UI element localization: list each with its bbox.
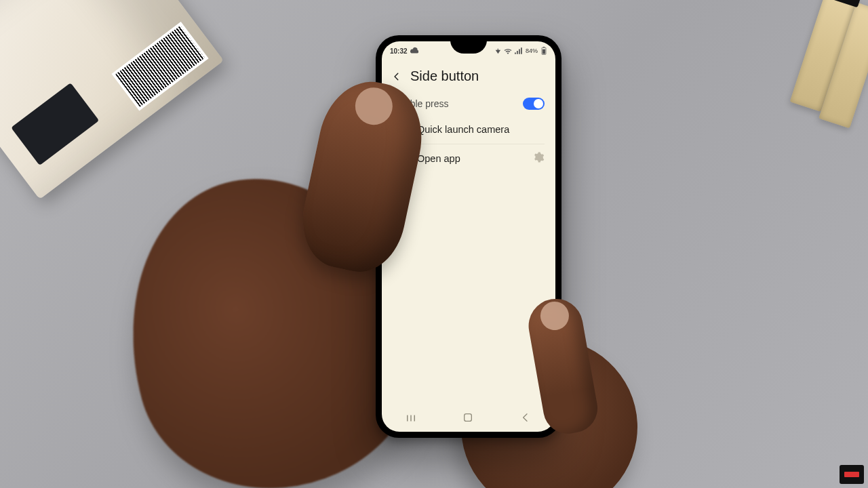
box-dark-corner bbox=[11, 83, 99, 165]
status-time: 10:32 bbox=[390, 47, 408, 55]
box-model-label: Galaxy A06 bbox=[0, 0, 1, 92]
status-battery-text: 84% bbox=[526, 47, 538, 54]
option-label: Open app bbox=[417, 153, 523, 164]
cloud-icon bbox=[410, 47, 418, 55]
svg-rect-2 bbox=[543, 47, 545, 47]
double-press-toggle[interactable] bbox=[523, 98, 545, 110]
svg-rect-1 bbox=[542, 49, 545, 54]
gear-icon[interactable] bbox=[532, 151, 545, 166]
channel-logo bbox=[840, 465, 864, 484]
signal-icon bbox=[515, 47, 523, 54]
android-nav-bar bbox=[382, 407, 555, 429]
battery-icon bbox=[540, 47, 547, 55]
svg-rect-3 bbox=[465, 414, 472, 422]
option-label: Quick launch camera bbox=[417, 124, 545, 135]
nav-back-icon[interactable] bbox=[520, 412, 532, 424]
app-header: Side button bbox=[382, 59, 555, 91]
nav-home-icon[interactable] bbox=[462, 412, 475, 424]
page-title: Side button bbox=[410, 68, 479, 84]
back-icon[interactable] bbox=[391, 71, 402, 82]
location-icon bbox=[494, 47, 501, 54]
nav-recents-icon[interactable] bbox=[405, 412, 417, 424]
wifi-icon bbox=[504, 47, 512, 54]
